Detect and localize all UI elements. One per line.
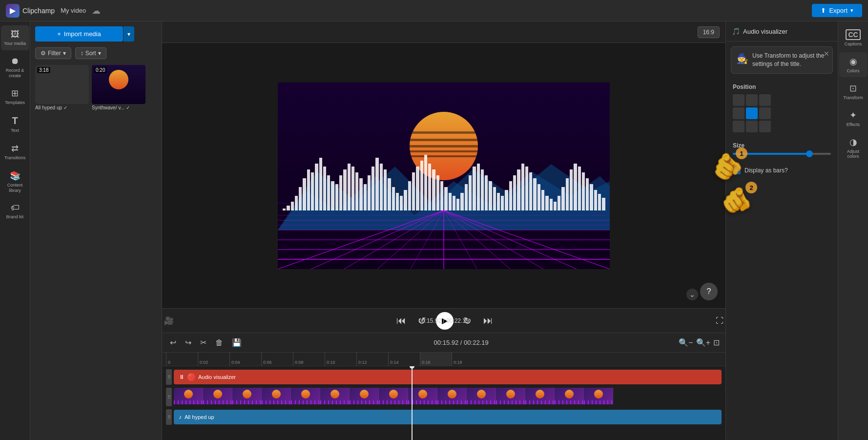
viz-bar bbox=[533, 178, 536, 210]
filter-label: Filter bbox=[48, 50, 61, 57]
undo-button[interactable]: ↩ bbox=[168, 336, 178, 349]
viz-bar bbox=[424, 155, 427, 210]
sort-chevron-icon: ▾ bbox=[98, 50, 101, 57]
sidebar-item-templates[interactable]: ⊞ Templates bbox=[1, 84, 29, 109]
film-frame bbox=[291, 388, 320, 404]
viz-bar bbox=[481, 169, 484, 210]
ruler-mark-6: 0:12 bbox=[356, 353, 388, 366]
viz-bar bbox=[412, 172, 415, 210]
save-button[interactable]: 💾 bbox=[230, 336, 244, 349]
sort-button[interactable]: ↕ Sort ▾ bbox=[75, 47, 106, 59]
size-label: Size bbox=[733, 142, 831, 149]
filter-button[interactable]: ⚙ Filter ▾ bbox=[35, 47, 71, 59]
center-area: 16:9 bbox=[162, 21, 725, 440]
adjust-colors-icon: ◑ bbox=[849, 137, 857, 147]
fit-view-button[interactable]: ⊡ bbox=[713, 338, 720, 347]
track-row-audio-viz: ⠿ ⏸ 🔴 Audio visualizer bbox=[166, 368, 722, 386]
timeline-time: 00:15.92 / 00:22.19 bbox=[248, 339, 674, 346]
tooltip-text: Use Transform to adjust the settings of … bbox=[752, 52, 827, 68]
track-handle-0[interactable]: ⠿ bbox=[166, 369, 172, 385]
sidebar-item-content-library[interactable]: 📚 Contentlibrary bbox=[1, 167, 29, 197]
viz-bar bbox=[473, 167, 475, 210]
track-handle-2[interactable]: ⠿ bbox=[166, 409, 172, 425]
help-button[interactable]: ? bbox=[700, 283, 718, 300]
aspect-ratio-button[interactable]: 16:9 bbox=[698, 26, 720, 38]
viz-bar bbox=[525, 167, 528, 210]
delete-button[interactable]: 🗑 bbox=[213, 336, 225, 349]
media-thumb-0[interactable]: 3:18 All hyped up ✓ bbox=[35, 65, 89, 111]
sidebar-item-transitions[interactable]: ⇄ Transitions bbox=[1, 139, 29, 165]
text-icon: T bbox=[12, 115, 18, 126]
viz-bar bbox=[307, 169, 310, 210]
sidebar-item-transform[interactable]: ⊡ Transform bbox=[839, 79, 868, 104]
import-icon: + bbox=[57, 30, 61, 38]
sort-icon: ↕ bbox=[81, 50, 83, 57]
sidebar-item-brand-kit[interactable]: 🏷 Brand kit bbox=[1, 199, 29, 224]
media-grid: 3:18 All hyped up ✓ 0:20 Synthwave/ v...… bbox=[30, 62, 162, 114]
sidebar-item-captions[interactable]: CC Captions bbox=[839, 25, 868, 50]
pos-cell-bc[interactable] bbox=[746, 121, 758, 132]
timeline-toolbar: ↩ ↪ ✂ 🗑 💾 00:15.92 / 00:22.19 🔍− 🔍+ ⊡ bbox=[162, 333, 725, 353]
colors-label: Colors bbox=[847, 68, 859, 73]
viz-bar bbox=[327, 175, 330, 210]
viz-bar bbox=[469, 175, 472, 210]
transitions-icon: ⇄ bbox=[11, 143, 19, 154]
viz-bar bbox=[315, 164, 318, 210]
tooltip-close-button[interactable]: ✕ bbox=[824, 50, 829, 58]
video-title[interactable]: My video bbox=[61, 7, 86, 14]
track-bar-audio-viz[interactable]: ⏸ 🔴 Audio visualizer bbox=[174, 370, 722, 384]
main-layout: 🖼 Your media ⏺ Record &create ⊞ Template… bbox=[0, 21, 868, 440]
viz-bar bbox=[380, 164, 383, 210]
redo-button[interactable]: ↪ bbox=[183, 336, 193, 349]
pos-cell-bl[interactable] bbox=[733, 121, 744, 132]
pos-cell-mc[interactable] bbox=[746, 107, 758, 119]
import-media-dropdown-button[interactable]: ▾ bbox=[124, 26, 134, 42]
viz-bar bbox=[291, 202, 294, 210]
viz-bar bbox=[287, 206, 289, 210]
viz-bar bbox=[295, 196, 298, 210]
brand-kit-icon: 🏷 bbox=[11, 203, 20, 213]
display-bars-checkbox[interactable]: ✓ bbox=[733, 167, 741, 174]
track-bar-video[interactable] bbox=[174, 388, 722, 406]
pos-cell-tc[interactable] bbox=[746, 94, 758, 106]
sidebar-item-colors[interactable]: ◉ Colors bbox=[839, 52, 868, 77]
pos-cell-tr[interactable] bbox=[759, 94, 771, 106]
viz-bar bbox=[372, 167, 374, 210]
camera-off-button[interactable]: 🎥 bbox=[162, 314, 176, 327]
zoom-in-button[interactable]: 🔍+ bbox=[696, 338, 710, 347]
sidebar-item-adjust-colors[interactable]: ◑ Adjust colors bbox=[839, 133, 868, 163]
playback-time: 00:15.92 / 00:22.19 bbox=[418, 317, 469, 324]
track-handle-1[interactable]: ⠿ bbox=[166, 388, 172, 406]
tl-current-time: 00:15.92 bbox=[434, 339, 459, 346]
fullscreen-button[interactable]: ⛶ bbox=[714, 314, 725, 327]
size-slider[interactable] bbox=[733, 153, 831, 155]
film-frame bbox=[584, 388, 613, 404]
export-button[interactable]: ⬆ Export ▾ bbox=[812, 4, 862, 17]
sidebar-item-your-media[interactable]: 🖼 Your media bbox=[1, 25, 29, 50]
track-label-audio-viz: Audio visualizer bbox=[198, 374, 236, 380]
viz-bar bbox=[375, 158, 378, 210]
pos-cell-br[interactable] bbox=[759, 121, 771, 132]
skip-forward-button[interactable]: ⏭ bbox=[481, 313, 495, 328]
pos-cell-tl[interactable] bbox=[733, 94, 744, 106]
viz-bar bbox=[351, 167, 354, 210]
media-thumb-1[interactable]: 0:20 Synthwave/ v... ✓ bbox=[92, 65, 145, 111]
viz-bar bbox=[566, 178, 569, 210]
canvas-collapse-button[interactable]: ⌄ bbox=[686, 289, 698, 300]
right-panel-title: Audio visualizer bbox=[743, 28, 787, 35]
zoom-out-button[interactable]: 🔍− bbox=[679, 338, 693, 347]
viz-bar bbox=[460, 193, 463, 210]
media-duration-0: 3:18 bbox=[37, 67, 50, 73]
skip-back-button[interactable]: ⏮ bbox=[394, 313, 408, 328]
timeline-playhead bbox=[412, 366, 413, 440]
pos-cell-mr[interactable] bbox=[759, 107, 771, 119]
sidebar-item-text[interactable]: T Text bbox=[1, 111, 29, 137]
pos-cell-ml[interactable] bbox=[733, 107, 744, 119]
sidebar-item-record-create[interactable]: ⏺ Record &create bbox=[1, 52, 29, 83]
sidebar-item-effects[interactable]: ✦ Effects bbox=[839, 106, 868, 131]
track-bar-music[interactable]: ♪ All hyped up bbox=[174, 410, 722, 424]
import-media-button[interactable]: + Import media bbox=[35, 26, 123, 42]
captions-label: Captions bbox=[845, 42, 862, 46]
cut-button[interactable]: ✂ bbox=[198, 336, 208, 349]
canvas-video[interactable] bbox=[278, 83, 610, 269]
